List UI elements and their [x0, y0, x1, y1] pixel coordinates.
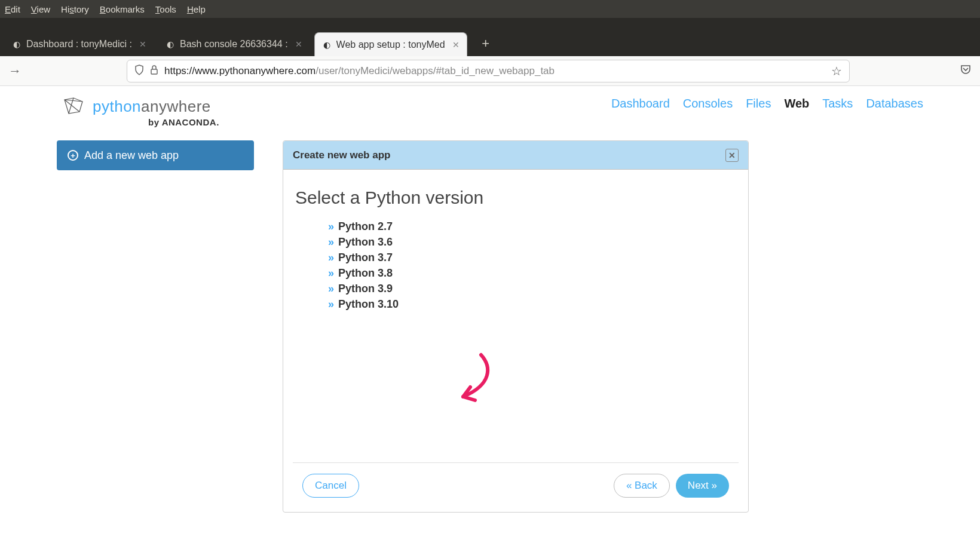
close-icon[interactable]: ✕ [452, 40, 460, 50]
menu-bookmarks[interactable]: Bookmarks [100, 4, 145, 14]
menu-help[interactable]: Help [187, 4, 206, 14]
browser-tab-1[interactable]: ◐ Bash console 26636344 : ✕ [158, 32, 310, 56]
version-option-3-6[interactable]: » Python 3.6 [328, 234, 736, 250]
url-input[interactable]: https://www.pythonanywhere.com/user/tony… [127, 60, 850, 82]
menu-edit[interactable]: Edit [5, 4, 20, 14]
nav-files[interactable]: Files [746, 97, 771, 111]
logo-text: pythonanywhere [93, 97, 211, 116]
create-webapp-panel: Create new web app ✕ Select a Python ver… [283, 140, 749, 513]
panel-title: Create new web app [293, 149, 390, 161]
version-option-2-7[interactable]: » Python 2.7 [328, 219, 736, 234]
python-version-list: » Python 2.7 » Python 3.6 » Python 3.7 »… [295, 219, 736, 312]
shield-icon[interactable] [134, 65, 144, 78]
site-logo[interactable]: pythonanywhere by ANACONDA. [62, 97, 219, 127]
browser-toolbar: → https://www.pythonanywhere.com/user/to… [0, 56, 980, 86]
nav-tasks[interactable]: Tasks [822, 97, 853, 111]
sidebar: + Add a new web app [57, 140, 254, 513]
url-path: /user/tonyMedici/webapps/#tab_id_new_web… [316, 65, 555, 76]
tab-favicon-icon: ◐ [166, 39, 175, 49]
url-host: https://www.pythonanywhere.com [164, 65, 316, 76]
forward-arrow-icon[interactable]: → [8, 63, 22, 79]
close-icon[interactable]: ✕ [139, 39, 146, 49]
nav-databases[interactable]: Databases [866, 97, 923, 111]
new-tab-button[interactable]: + [476, 33, 496, 54]
version-option-3-9[interactable]: » Python 3.9 [328, 281, 736, 296]
panel-header: Create new web app ✕ [283, 141, 748, 170]
next-button[interactable]: Next » [676, 474, 729, 498]
close-icon[interactable]: ✕ [295, 39, 302, 49]
version-option-3-10[interactable]: » Python 3.10 [328, 296, 736, 312]
menu-view[interactable]: View [31, 4, 50, 14]
nav-dashboard[interactable]: Dashboard [611, 97, 670, 111]
tab-label: Bash console 26636344 : [180, 39, 288, 50]
add-button-label: Add a new web app [84, 149, 179, 162]
panel-close-button[interactable]: ✕ [725, 149, 739, 162]
version-option-3-8[interactable]: » Python 3.8 [328, 265, 736, 281]
panel-footer: Cancel « Back Next » [293, 462, 739, 512]
plus-circle-icon: + [68, 150, 78, 161]
logo-subtitle: by ANACONDA. [148, 117, 219, 127]
nav-web[interactable]: Web [784, 97, 809, 111]
logo-mark-icon [62, 97, 87, 116]
url-text: https://www.pythonanywhere.com/user/tony… [164, 65, 825, 77]
cancel-button[interactable]: Cancel [302, 474, 359, 498]
lock-icon[interactable] [150, 65, 158, 76]
menu-tools[interactable]: Tools [155, 4, 176, 14]
tab-label: Dashboard : tonyMedici : [26, 39, 132, 50]
bookmark-star-icon[interactable]: ☆ [831, 64, 842, 78]
system-menubar: Edit View History Bookmarks Tools Help [0, 0, 980, 18]
menu-history[interactable]: History [61, 4, 89, 14]
back-button[interactable]: « Back [614, 474, 670, 498]
browser-tab-2[interactable]: ◐ Web app setup : tonyMed ✕ [314, 32, 467, 56]
svg-rect-0 [151, 69, 157, 74]
browser-tab-0[interactable]: ◐ Dashboard : tonyMedici : ✕ [5, 32, 154, 56]
browser-tabstrip: ◐ Dashboard : tonyMedici : ✕ ◐ Bash cons… [0, 18, 980, 56]
version-option-3-7[interactable]: » Python 3.7 [328, 250, 736, 265]
tab-favicon-icon: ◐ [322, 40, 332, 50]
panel-heading: Select a Python version [295, 188, 736, 208]
add-web-app-button[interactable]: + Add a new web app [57, 140, 254, 170]
top-nav: Dashboard Consoles Files Web Tasks Datab… [611, 97, 923, 111]
page-content: pythonanywhere by ANACONDA. Dashboard Co… [0, 86, 980, 513]
pocket-icon[interactable] [960, 63, 972, 78]
nav-consoles[interactable]: Consoles [683, 97, 733, 111]
tab-label: Web app setup : tonyMed [336, 39, 445, 50]
tab-favicon-icon: ◐ [12, 39, 22, 49]
